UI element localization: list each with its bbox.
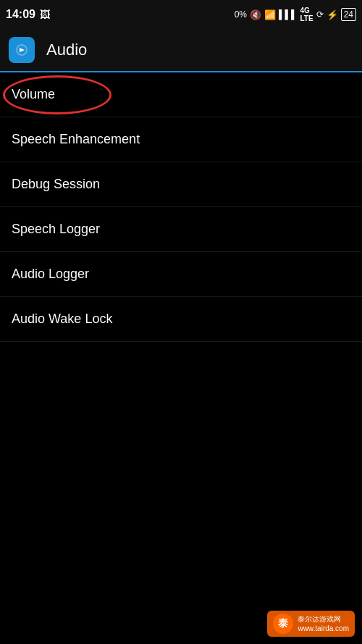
sync-icon: ⟳ <box>316 9 324 20</box>
battery-level: 24 <box>344 9 353 20</box>
app-icon <box>9 37 35 63</box>
status-bar-left: 14:09 🖼 <box>6 8 50 21</box>
signal-percent: 0% <box>235 9 247 20</box>
audio-app-svg-icon <box>13 41 30 59</box>
menu-item-speech-logger-label: Speech Logger <box>12 222 100 237</box>
status-bar-right: 0% 🔇 📶 ▌▌▌ 4GLTE ⟳ ⚡ 24 <box>235 7 356 22</box>
signal-bars-icon: ▌▌▌ <box>279 9 298 20</box>
network-type-label: 4GLTE <box>300 7 313 22</box>
status-bar: 14:09 🖼 0% 🔇 📶 ▌▌▌ 4GLTE ⟳ ⚡ 24 <box>0 0 362 29</box>
menu-item-speech-enhancement-label: Speech Enhancement <box>12 132 140 147</box>
battery-icon: 24 <box>341 8 356 21</box>
menu-item-audio-wake-lock-label: Audio Wake Lock <box>12 311 112 327</box>
menu-item-audio-wake-lock[interactable]: Audio Wake Lock <box>0 297 362 342</box>
charging-icon: ⚡ <box>327 9 338 20</box>
app-title: Audio <box>46 41 87 59</box>
watermark: 泰 泰尔达游戏网 www.tairda.com <box>267 611 355 637</box>
watermark-name: 泰尔达游戏网 <box>298 614 349 624</box>
status-icons-left: 🖼 <box>40 9 50 20</box>
menu-list: Volume Speech Enhancement Debug Session … <box>0 72 362 342</box>
gallery-icon: 🖼 <box>40 9 50 20</box>
wifi-icon: 📶 <box>264 9 276 20</box>
watermark-logo: 泰 <box>273 614 293 634</box>
watermark-site: www.tairda.com <box>298 624 349 633</box>
menu-item-speech-logger[interactable]: Speech Logger <box>0 207 362 252</box>
menu-item-debug-session[interactable]: Debug Session <box>0 162 362 207</box>
watermark-text: 泰尔达游戏网 www.tairda.com <box>298 614 349 633</box>
app-header: Audio <box>0 29 362 72</box>
status-time: 14:09 <box>6 8 35 21</box>
menu-item-audio-logger-label: Audio Logger <box>12 267 89 282</box>
menu-item-audio-logger[interactable]: Audio Logger <box>0 252 362 297</box>
menu-item-volume[interactable]: Volume <box>0 72 362 117</box>
menu-item-volume-label: Volume <box>12 87 55 102</box>
mute-icon: 🔇 <box>250 9 261 20</box>
menu-item-debug-session-label: Debug Session <box>12 177 100 192</box>
menu-item-speech-enhancement[interactable]: Speech Enhancement <box>0 117 362 162</box>
